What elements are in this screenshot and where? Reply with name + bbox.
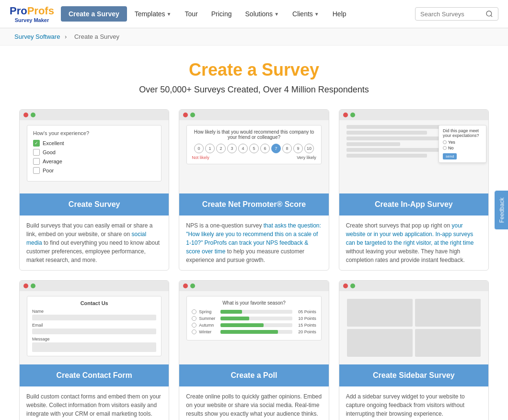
breadcrumb-root[interactable]: Survey Software bbox=[14, 33, 60, 40]
inapp-send-button[interactable]: send bbox=[443, 153, 457, 159]
solutions-nav-link[interactable]: Solutions ▼ bbox=[240, 6, 285, 22]
poll-option-summer: Summer 10 Points bbox=[192, 316, 316, 321]
contact-preview-box: Contact Us Name Email Message bbox=[27, 296, 162, 356]
dot-red bbox=[23, 284, 28, 288]
radio-no bbox=[443, 146, 447, 150]
survey-preview-box: How's your experience? ✓ Excellent Good … bbox=[27, 125, 162, 182]
dot-red bbox=[183, 113, 188, 117]
nps-label-right: Very likely bbox=[297, 155, 316, 160]
card-nps-preview: How likely is that you would recommend t… bbox=[179, 110, 328, 193]
sidebar-boxes bbox=[347, 299, 481, 357]
card-contact-description: Build custom contact forms and embed the… bbox=[20, 386, 169, 420]
inapp-website-link[interactable]: your website or in your web application.… bbox=[346, 222, 474, 246]
poll-bar-container bbox=[220, 330, 292, 334]
poll-label: Spring bbox=[199, 309, 218, 314]
poll-points: 10 Points bbox=[295, 316, 316, 321]
nps-6: 6 bbox=[260, 144, 270, 153]
logo-profs: Profs bbox=[27, 5, 54, 17]
clients-nav-link[interactable]: Clients ▼ bbox=[287, 6, 325, 22]
contact-email-field bbox=[32, 329, 156, 334]
checkbox-empty-icon bbox=[33, 167, 40, 174]
help-nav-link[interactable]: Help bbox=[327, 6, 352, 22]
poll-bar-container bbox=[220, 323, 292, 327]
nps-numbers: 0 1 2 3 4 5 6 7 8 9 10 bbox=[192, 144, 316, 153]
templates-dropdown-arrow: ▼ bbox=[167, 11, 172, 17]
option-average: Average bbox=[33, 158, 155, 165]
checkbox-empty-icon bbox=[33, 158, 40, 165]
poll-label: Autumn bbox=[199, 323, 218, 328]
poll-option-autumn: Autumn 15 Points bbox=[192, 323, 316, 328]
nps-label-left: Not likely bbox=[192, 155, 209, 160]
poll-radio bbox=[192, 316, 196, 321]
pricing-nav-link[interactable]: Pricing bbox=[206, 6, 238, 22]
card-poll-description: Create online polls to quickly gather op… bbox=[179, 386, 328, 420]
nps-8: 8 bbox=[282, 144, 292, 153]
dot-green bbox=[350, 284, 355, 288]
card-inapp-preview: Did this page meet your expectations? Ye… bbox=[339, 110, 488, 193]
card-sidebar-description: Add a sidebar survey widget to your webs… bbox=[339, 386, 488, 420]
nps-3: 3 bbox=[227, 144, 237, 153]
inapp-bar-5 bbox=[346, 148, 454, 152]
contact-message-field bbox=[32, 342, 156, 352]
create-poll-button[interactable]: Create a Poll bbox=[179, 364, 328, 386]
poll-bar-fill bbox=[220, 323, 264, 327]
radio-yes bbox=[443, 140, 447, 144]
poll-points: 15 Points bbox=[295, 323, 316, 328]
nps-preview-box: How likely is that you would recommend t… bbox=[186, 125, 321, 164]
poll-points: 05 Points bbox=[295, 309, 316, 314]
dot-green bbox=[190, 113, 195, 117]
contact-message-label: Message bbox=[32, 337, 156, 341]
nps-10: 10 bbox=[304, 144, 314, 153]
social-media-link[interactable]: social media bbox=[26, 231, 146, 246]
poll-preview-box: What is your favorite season? Spring 05 … bbox=[186, 296, 321, 341]
poll-bar-fill bbox=[220, 310, 242, 314]
contact-name-field bbox=[32, 315, 156, 320]
svg-line-1 bbox=[491, 15, 492, 17]
nps-0: 0 bbox=[194, 144, 204, 153]
nps-1: 1 bbox=[205, 144, 215, 153]
inapp-bar-1 bbox=[346, 125, 454, 129]
nps-survey-link[interactable]: that asks the question: "How likely are … bbox=[186, 222, 321, 255]
poll-label: Summer bbox=[199, 316, 218, 321]
card-nps-description: NPS is a one-question survey that asks t… bbox=[179, 216, 328, 270]
contact-title: Contact Us bbox=[32, 300, 156, 306]
poll-bar-container bbox=[220, 317, 292, 320]
option-poor: Poor bbox=[33, 167, 155, 174]
main-content: Create a Survey Over 50,000+ Surveys Cre… bbox=[0, 45, 508, 420]
card-nps: How likely is that you would recommend t… bbox=[179, 109, 329, 271]
inapp-option-no: No bbox=[443, 146, 482, 150]
create-sidebar-button[interactable]: Create Sidebar Survey bbox=[339, 364, 488, 386]
search-input[interactable] bbox=[420, 11, 483, 18]
card-sidebar-preview bbox=[339, 281, 488, 364]
create-survey-nav-button[interactable]: Create a Survey bbox=[61, 6, 127, 22]
card-poll: What is your favorite season? Spring 05 … bbox=[179, 280, 329, 420]
nps-7: 7 bbox=[271, 144, 281, 153]
contact-email-label: Email bbox=[32, 323, 156, 328]
tour-nav-link[interactable]: Tour bbox=[179, 6, 204, 22]
dot-red bbox=[343, 113, 348, 117]
dot-green bbox=[31, 284, 35, 288]
logo[interactable]: ProProfs Survey Maker bbox=[10, 5, 54, 23]
nps-labels: Not likely Very likely bbox=[192, 155, 316, 160]
checkbox-checked-icon: ✓ bbox=[33, 140, 40, 147]
page-title: Create a Survey bbox=[19, 60, 489, 80]
breadcrumb: Survey Software › Create a Survey bbox=[0, 28, 508, 45]
create-nps-button[interactable]: Create Net Promoter® Score bbox=[179, 193, 328, 216]
create-contact-button[interactable]: Create Contact Form bbox=[20, 364, 169, 386]
poll-points: 20 Points bbox=[295, 329, 316, 334]
nps-4: 4 bbox=[238, 144, 248, 153]
card-inapp-description: Create short surveys that pop up right o… bbox=[339, 216, 488, 270]
inapp-popup-title: Did this page meet your expectations? bbox=[443, 128, 482, 138]
cards-grid: How's your experience? ✓ Excellent Good … bbox=[19, 109, 489, 420]
create-survey-button[interactable]: Create Survey bbox=[20, 193, 169, 216]
contact-name-label: Name bbox=[32, 309, 156, 314]
inapp-bar-6 bbox=[346, 154, 427, 158]
card-contact-preview: Contact Us Name Email Message bbox=[20, 281, 169, 364]
create-inapp-button[interactable]: Create In-App Survey bbox=[339, 193, 488, 216]
logo-pro: Pro bbox=[10, 5, 27, 17]
card-contact: Contact Us Name Email Message Create Con… bbox=[19, 280, 169, 420]
poll-radio bbox=[192, 329, 196, 334]
card-poll-preview: What is your favorite season? Spring 05 … bbox=[179, 281, 328, 364]
templates-nav-link[interactable]: Templates ▼ bbox=[129, 6, 177, 22]
feedback-tab[interactable]: Feedback bbox=[495, 191, 508, 229]
